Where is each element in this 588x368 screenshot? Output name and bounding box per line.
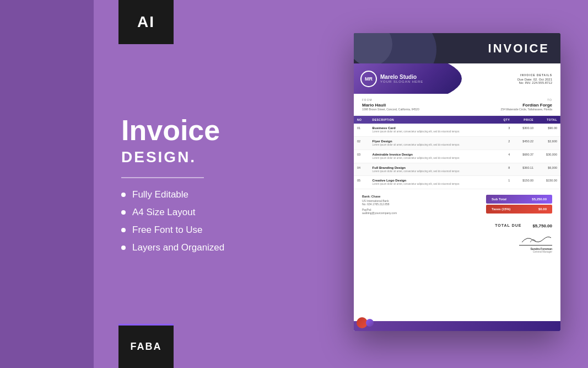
company-name: Marelo Studio: [380, 74, 423, 80]
feature-text: A4 Size Layout: [132, 207, 195, 218]
bill-from-label: FROM: [362, 98, 419, 102]
col-desc: DESCRIPTION: [369, 116, 496, 124]
sig-title: General Manager: [533, 250, 552, 253]
logo-circle: MR: [360, 71, 377, 87]
company-info: Marelo Studio YOUR SLOGAN HERE: [380, 74, 423, 83]
left-stripe: [0, 0, 94, 368]
sig-line: [519, 234, 552, 246]
cell-qty: 4: [495, 150, 513, 163]
tax-box: Taxes (15%) $0.00: [486, 205, 552, 214]
table-row: 03 Admirable Invoice Design Lorem ipsum …: [354, 150, 560, 163]
main-title: Invoice: [121, 115, 265, 146]
taxes-val: $0.00: [538, 207, 547, 211]
table-row: 05 Creative Logo Design Lorem ipsum dolo…: [354, 176, 560, 189]
invoice-table: NO DESCRIPTION QTY PRICE TOTAL 01 Busine…: [354, 116, 560, 189]
footer-totals: Sub Total $5,250.00 Taxes (15%) $0.00: [486, 195, 552, 215]
bottom-circle-purple: [366, 319, 374, 327]
company-slogan: YOUR SLOGAN HERE: [380, 80, 423, 83]
features-list: Fully Editable A4 Size Layout Free Font …: [121, 189, 265, 253]
cell-no: 03: [354, 150, 369, 163]
invoice-details-label: INVOICE DETAILS: [520, 73, 552, 77]
col-total: TOTAL: [537, 116, 560, 124]
cell-total: $90.00: [537, 124, 560, 136]
invoice-header: INVOICE: [354, 33, 560, 63]
cell-price: $300.10: [513, 124, 537, 136]
cell-qty: 3: [495, 124, 513, 136]
col-no: NO: [354, 116, 369, 124]
cell-no: 01: [354, 124, 369, 136]
bill-from-addr: 1098 Brown Street, Concord, California, …: [362, 108, 419, 111]
invoice-details-right: INVOICE DETAILS Due Date: 02. Oct 2021 N…: [467, 63, 560, 94]
cell-desc: Creative Logo Design Lorem ipsum dolor s…: [369, 176, 496, 189]
logo-initials: MR: [365, 76, 373, 82]
invoice-preview: INVOICE MR Marelo Studio YOUR SLOGAN HER…: [354, 33, 560, 331]
total-label: TOTAL DUE: [495, 223, 521, 228]
bullet-icon: [121, 210, 126, 215]
total-amount: $5,750.00: [532, 223, 552, 228]
footer-bank: Bank: Chase US International Bank No: 63…: [362, 195, 481, 215]
invoice-title: INVOICE: [488, 41, 549, 56]
subtotal-box: Sub Total $5,250.00: [486, 195, 552, 204]
ai-badge-label: AI: [137, 13, 155, 31]
paypal-val: auditing@yourcompany.com: [362, 211, 481, 215]
cell-desc: Admirable Invoice Design Lorem ipsum dol…: [369, 150, 496, 163]
invoice-footer: Bank: Chase US International Bank No: 63…: [354, 189, 560, 220]
bill-to-name: Fordian Forge: [501, 103, 552, 108]
bill-to: TO Fordian Forge 254 Waterside Circle, T…: [501, 98, 552, 111]
cell-total: $30,000: [537, 150, 560, 163]
cell-qty: 2: [495, 136, 513, 150]
bill-to-addr: 254 Waterside Circle, Tallahassee, Flori…: [501, 108, 552, 111]
feature-text: Layers and Organized: [132, 242, 224, 253]
bill-to-label: TO: [501, 98, 552, 102]
invoice-no: No: INV. 224.555.8712: [519, 81, 553, 84]
cell-qty: 8: [495, 163, 513, 176]
col-price: PRICE: [513, 116, 537, 124]
cell-no: 02: [354, 136, 369, 150]
bill-from: FROM Mario Hauli 1098 Brown Street, Conc…: [362, 98, 419, 111]
list-item: Fully Editable: [121, 189, 265, 200]
ai-badge: AI: [118, 0, 174, 44]
bullet-icon: [121, 193, 126, 197]
cell-desc: Full Branding Design Lorem ipsum dolor s…: [369, 163, 496, 176]
cell-no: 05: [354, 176, 369, 189]
cell-price: $360.11: [513, 163, 537, 176]
taxes-label: Taxes (15%): [492, 207, 510, 211]
cell-no: 04: [354, 163, 369, 176]
table-row: 01 Business Card Lorem ipsum dolor sit a…: [354, 124, 560, 136]
left-content: Invoice DESIGN. Fully Editable A4 Size L…: [94, 44, 292, 324]
cell-total: $6,000: [537, 163, 560, 176]
cell-total: $2,600: [537, 136, 560, 150]
faba-badge: FABA: [118, 324, 174, 368]
bill-from-name: Mario Hauli: [362, 103, 419, 108]
table-row: 02 Flyer Design Lorem ipsum dolor sit am…: [354, 136, 560, 150]
feature-text: Fully Editable: [132, 189, 188, 200]
bullet-icon: [121, 246, 126, 250]
bank-label: Bank: Chase: [362, 195, 481, 198]
cell-price: $150.00: [513, 176, 537, 189]
table-header-row: NO DESCRIPTION QTY PRICE TOTAL: [354, 116, 560, 124]
design-subtitle: DESIGN.: [121, 148, 265, 166]
divider: [121, 177, 204, 178]
logo-section: MR Marelo Studio YOUR SLOGAN HERE: [354, 63, 467, 94]
signature-svg: [519, 234, 552, 244]
cell-qty: 1: [495, 176, 513, 189]
cell-desc: Flyer Design Lorem ipsum dolor sit amet,…: [369, 136, 496, 150]
bank-acc: No: 634.1765.212.858: [362, 202, 481, 206]
col-qty: QTY: [495, 116, 513, 124]
feature-text: Free Font to Use: [132, 225, 203, 236]
list-item: A4 Size Layout: [121, 207, 265, 218]
cell-price: $680.37: [513, 150, 537, 163]
subtotal-val: $5,250.00: [532, 198, 547, 201]
invoice-billing: FROM Mario Hauli 1098 Brown Street, Conc…: [354, 94, 560, 116]
bottom-bar: [354, 321, 560, 331]
list-item: Layers and Organized: [121, 242, 265, 253]
subtotal-label: Sub Total: [492, 198, 506, 201]
bullet-icon: [121, 228, 126, 232]
table-row: 04 Full Branding Design Lorem ipsum dolo…: [354, 163, 560, 176]
cell-price: $450.22: [513, 136, 537, 150]
faba-badge-label: FABA: [131, 341, 162, 353]
invoice-top-row: MR Marelo Studio YOUR SLOGAN HERE INVOIC…: [354, 63, 560, 94]
cell-desc: Business Card Lorem ipsum dolor sit amet…: [369, 124, 496, 136]
list-item: Free Font to Use: [121, 225, 265, 236]
cell-total: $150.00: [537, 176, 560, 189]
